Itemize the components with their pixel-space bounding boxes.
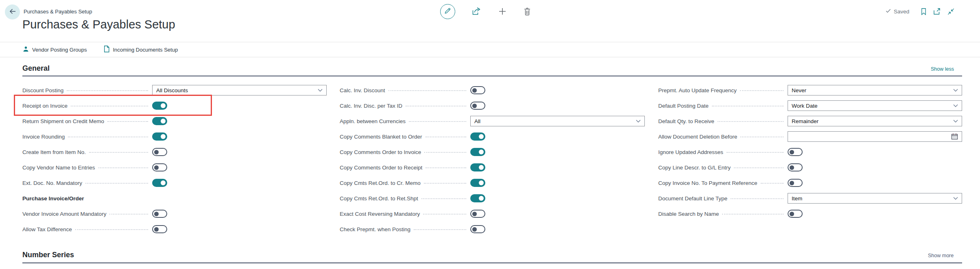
toggle-knob bbox=[790, 212, 794, 216]
dotted-leader bbox=[71, 106, 148, 106]
share-icon[interactable] bbox=[471, 7, 482, 16]
field-label: Invoice Rounding bbox=[22, 134, 65, 140]
ext-doc-no-mandatory-toggle[interactable] bbox=[152, 179, 167, 187]
toggle-knob bbox=[161, 134, 166, 139]
action-incoming-documents-setup[interactable]: Incoming Documents Setup bbox=[104, 46, 178, 54]
invoice-rounding-toggle[interactable] bbox=[152, 132, 167, 141]
page-title: Purchases & Payables Setup bbox=[22, 18, 175, 31]
field-label: Calc. Inv. Discount bbox=[340, 87, 385, 93]
chevron-down-icon bbox=[953, 104, 958, 107]
field-row-allow-document-deletion-before: Allow Document Deletion Before bbox=[658, 129, 962, 144]
field-row-ignore-updated-addresses: Ignore Updated Addresses bbox=[658, 144, 962, 160]
toggle-knob bbox=[472, 88, 477, 93]
default-qty-to-receive-select[interactable]: Remainder bbox=[788, 116, 962, 126]
field-label: Create Item from Item No. bbox=[22, 149, 86, 155]
field-control: Item bbox=[788, 193, 962, 204]
person-icon bbox=[23, 46, 29, 53]
action-bar: Vendor Posting Groups Incoming Documents… bbox=[0, 42, 980, 57]
bookmark-icon[interactable] bbox=[921, 8, 927, 15]
ignore-updated-addresses-toggle[interactable] bbox=[788, 148, 803, 156]
dotted-leader bbox=[67, 90, 148, 91]
action-vendor-posting-groups[interactable]: Vendor Posting Groups bbox=[23, 46, 87, 53]
save-status: Saved bbox=[885, 8, 909, 15]
back-arrow-icon bbox=[9, 8, 17, 17]
show-less-link[interactable]: Show less bbox=[931, 66, 954, 72]
receipt-on-invoice-toggle[interactable] bbox=[152, 102, 167, 110]
copy-comments-order-to-receipt-toggle[interactable] bbox=[470, 163, 485, 171]
field-row-copy-cmts-ret-ord-to-ret-shpt: Copy Cmts Ret.Ord. to Ret.Shpt bbox=[340, 191, 645, 206]
field-label: Default Posting Date bbox=[658, 103, 709, 109]
collapse-icon[interactable] bbox=[947, 8, 955, 15]
disable-search-by-name-toggle[interactable] bbox=[788, 210, 803, 218]
number-series-section-rule bbox=[22, 262, 962, 263]
show-more-link[interactable]: Show more bbox=[928, 253, 954, 258]
discount-posting-select[interactable]: All Discounts bbox=[152, 85, 327, 95]
toggle-knob bbox=[472, 227, 477, 232]
field-control bbox=[152, 117, 327, 125]
allow-document-deletion-before-date-input[interactable] bbox=[788, 131, 962, 142]
field-label: Exact Cost Reversing Mandatory bbox=[340, 211, 420, 217]
field-label: Vendor Invoice Amount Mandatory bbox=[22, 211, 106, 217]
field-control: Work Date bbox=[788, 100, 962, 111]
dotted-leader bbox=[421, 198, 466, 199]
field-row-calc-inv-disc-per-tax-id: Calc. Inv. Disc. per Tax ID bbox=[340, 98, 645, 113]
window-controls bbox=[921, 4, 955, 19]
field-row-appln-between-currencies: Appln. between CurrenciesAll bbox=[340, 113, 645, 129]
dotted-leader bbox=[406, 106, 466, 106]
calc-inv-disc-per-tax-id-toggle[interactable] bbox=[470, 102, 485, 110]
toggle-knob bbox=[790, 165, 794, 170]
calendar-icon[interactable] bbox=[951, 133, 958, 140]
dotted-leader bbox=[722, 214, 784, 215]
field-control: Never bbox=[788, 85, 962, 95]
add-new-icon[interactable] bbox=[498, 7, 507, 16]
toggle-knob bbox=[154, 212, 159, 216]
calc-inv-discount-toggle[interactable] bbox=[470, 86, 485, 94]
chevron-down-icon bbox=[318, 89, 323, 92]
toggle-knob bbox=[154, 227, 159, 232]
vendor-invoice-amount-mandatory-toggle[interactable] bbox=[152, 210, 167, 218]
back-button[interactable] bbox=[5, 4, 20, 20]
dotted-leader bbox=[424, 152, 466, 153]
field-control bbox=[152, 148, 327, 156]
copy-cmts-ret-ord-to-ret-shpt-toggle[interactable] bbox=[470, 194, 485, 202]
field-control bbox=[788, 163, 962, 171]
appln-between-currencies-select[interactable]: All bbox=[470, 116, 645, 126]
copy-invoice-no-to-payment-reference-toggle[interactable] bbox=[788, 179, 803, 187]
toggle-knob bbox=[479, 165, 484, 170]
document-default-line-type-select[interactable]: Item bbox=[788, 193, 962, 204]
general-section-title: General bbox=[22, 64, 50, 73]
breadcrumb[interactable]: Purchases & Payables Setup bbox=[24, 9, 92, 15]
field-value: Remainder bbox=[792, 118, 818, 124]
copy-line-descr-to-g-l-entry-toggle[interactable] bbox=[788, 163, 803, 171]
open-in-new-window-icon[interactable] bbox=[933, 8, 941, 15]
copy-cmts-ret-ord-to-cr-memo-toggle[interactable] bbox=[470, 179, 485, 187]
allow-tax-difference-toggle[interactable] bbox=[152, 225, 167, 233]
check-prepmt-when-posting-toggle[interactable] bbox=[470, 225, 485, 233]
create-item-from-item-no-toggle[interactable] bbox=[152, 148, 167, 156]
field-label: Document Default Line Type bbox=[658, 195, 727, 202]
general-section-rule bbox=[22, 76, 962, 76]
toggle-knob bbox=[161, 180, 166, 185]
return-shipment-on-credit-memo-toggle[interactable] bbox=[152, 117, 167, 125]
dotted-leader bbox=[109, 214, 148, 215]
chevron-down-icon bbox=[953, 119, 958, 123]
field-row-calc-inv-discount: Calc. Inv. Discount bbox=[340, 82, 645, 98]
field-label: Copy Cmts Ret.Ord. to Ret.Shpt bbox=[340, 195, 418, 202]
prepmt-auto-update-frequency-select[interactable]: Never bbox=[788, 85, 962, 95]
copy-comments-blanket-to-order-toggle[interactable] bbox=[470, 132, 485, 141]
copy-comments-order-to-invoice-toggle[interactable] bbox=[470, 148, 485, 156]
dotted-leader bbox=[718, 121, 784, 122]
field-label: Disable Search by Name bbox=[658, 211, 719, 217]
field-row-copy-comments-order-to-invoice: Copy Comments Order to Invoice bbox=[340, 144, 645, 160]
dotted-leader bbox=[414, 229, 466, 230]
copy-vendor-name-to-entries-toggle[interactable] bbox=[152, 163, 167, 171]
default-posting-date-select[interactable]: Work Date bbox=[788, 100, 962, 111]
edit-pencil-button[interactable] bbox=[440, 4, 455, 19]
field-label: Copy Line Descr. to G/L Entry bbox=[658, 165, 731, 171]
field-row-copy-line-descr-to-g-l-entry: Copy Line Descr. to G/L Entry bbox=[658, 160, 962, 175]
exact-cost-reversing-mandatory-toggle[interactable] bbox=[470, 210, 485, 218]
dotted-leader bbox=[734, 167, 784, 168]
delete-trash-icon[interactable] bbox=[523, 7, 531, 16]
chevron-down-icon bbox=[953, 89, 958, 92]
field-row-discount-posting: Discount PostingAll Discounts bbox=[22, 82, 327, 98]
